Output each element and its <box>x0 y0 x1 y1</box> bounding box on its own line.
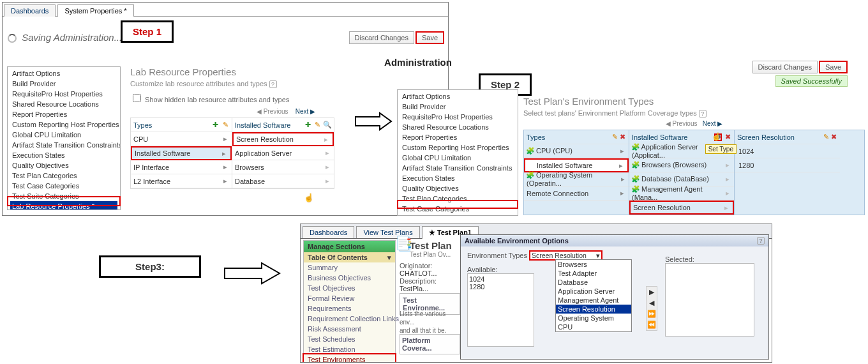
toc-item[interactable]: Test Schedules <box>304 334 395 344</box>
help-icon[interactable]: ? <box>269 80 277 88</box>
discard-changes-button[interactable]: Discard Changes <box>349 31 414 44</box>
toc-item[interactable]: Business Objectives <box>304 273 395 283</box>
toc-item[interactable]: Requirements <box>304 303 395 314</box>
nav-item[interactable]: Artifact Options <box>10 68 117 79</box>
toc-list[interactable]: SummaryBusiness ObjectivesTest Objective… <box>304 262 395 363</box>
env-edit-icon[interactable]: ✎ <box>611 133 618 141</box>
env-attr-row[interactable]: 🧩 Database (DataBase)▸ <box>629 172 734 186</box>
pager-prev[interactable]: ◀ Previous <box>257 108 288 115</box>
tp-tab-dash[interactable]: Dashboards <box>303 226 354 238</box>
help-icon-3[interactable]: ? <box>757 237 765 245</box>
discard-changes-button-2[interactable]: Discard Changes <box>752 61 818 73</box>
nav2-item[interactable]: Build Provider <box>400 102 515 112</box>
available-item[interactable]: 1280 <box>469 283 532 291</box>
nav2-item[interactable]: Global CPU Limitation <box>400 153 515 163</box>
nav2-item[interactable]: Test Suite Categories <box>400 214 515 215</box>
nav2-item[interactable]: Artifact State Transition Constraints <box>400 163 515 173</box>
nav2-item[interactable]: Custom Reporting Host Properties <box>400 142 515 153</box>
nav-item[interactable]: Build Provider <box>10 79 117 89</box>
toc-item[interactable]: Test Objectives <box>304 283 395 293</box>
nav-item[interactable]: Lab Resource Properties * <box>10 201 117 209</box>
save-button-2[interactable]: Save <box>819 61 848 73</box>
nav-item[interactable]: Quality Objectives <box>10 160 117 171</box>
attr-row[interactable]: Application Server▸ <box>232 146 334 160</box>
show-hidden-checkbox[interactable] <box>133 94 141 102</box>
attr-row[interactable]: Browsers▸ <box>232 160 334 174</box>
dropdown-option[interactable]: Browsers <box>556 260 631 269</box>
env-types-dropdown-list[interactable]: BrowsersTest AdapterDatabaseApplication … <box>555 259 632 332</box>
selected-listbox[interactable] <box>665 263 754 337</box>
env-value-row[interactable]: 1280 <box>735 158 840 172</box>
nav2-item[interactable]: Artifact Options <box>400 91 515 102</box>
add-type-icon[interactable]: ✚ <box>212 121 220 129</box>
nav-item[interactable]: Test Suite Categories <box>10 191 117 201</box>
type-row[interactable]: Installed Software▸ <box>131 146 232 160</box>
nav-item[interactable]: Test Case Categories <box>10 181 117 191</box>
available-listbox[interactable]: 10241280 <box>467 273 534 347</box>
env-del3-icon[interactable]: ✖ <box>830 133 837 141</box>
nav2-item[interactable]: Test Case Categories <box>400 204 515 214</box>
nav2-item[interactable]: Shared Resource Locations <box>400 122 515 132</box>
toc-item[interactable]: Test Estimation <box>304 344 395 354</box>
edit-type-icon[interactable]: ✎ <box>221 121 229 129</box>
dropdown-option[interactable]: Application Server <box>556 287 631 296</box>
tab-dashboards[interactable]: Dashboards <box>4 4 56 17</box>
env-attr-row[interactable]: 🧩 Management Agent (Mana...▸ <box>629 186 734 201</box>
env-attr-row[interactable]: 🧩 Browsers (Browsers)▸ <box>629 158 734 172</box>
save-button[interactable]: Save <box>415 31 444 44</box>
toc-item[interactable]: Risk Assessment <box>304 324 395 334</box>
toc-item[interactable]: Summary <box>304 262 395 273</box>
toc-item[interactable]: Formal Review <box>304 293 395 303</box>
nav2-item[interactable]: Report Properties <box>400 132 515 142</box>
env-type-row[interactable]: 🧩 CPU (CPU)▸ <box>524 144 629 158</box>
attr-row[interactable]: Database▸ <box>232 174 334 188</box>
admin-nav-list[interactable]: Artifact OptionsBuild ProviderRequisiteP… <box>8 67 120 209</box>
env-value-row[interactable]: 1024 <box>735 144 840 158</box>
type-row[interactable]: IP Interface▸ <box>131 160 232 174</box>
env-del2-icon[interactable]: ✖ <box>724 133 731 141</box>
env-edit3-icon[interactable]: ✎ <box>822 133 830 141</box>
type-row[interactable]: CPU▸ <box>131 132 232 146</box>
move-all-left-icon[interactable]: ⏪ <box>647 321 656 329</box>
env-pager-next[interactable]: Next ▶ <box>703 120 722 127</box>
move-right-icon[interactable]: ▶ <box>649 288 654 296</box>
nav-item[interactable]: Artifact State Transition Constraints <box>10 140 117 150</box>
show-hidden-label[interactable]: Show hidden lab resource attributes and … <box>130 92 442 104</box>
nav-item[interactable]: Custom Reporting Host Properties <box>10 119 117 130</box>
nav-item[interactable]: RequisitePro Host Properties <box>10 89 117 99</box>
dropdown-option[interactable]: Operating System <box>556 314 631 322</box>
manage-sections-button[interactable]: Manage Sections <box>304 241 395 252</box>
admin-nav2-list[interactable]: Artifact OptionsBuild ProviderRequisiteP… <box>398 90 518 215</box>
nav2-item[interactable]: RequisitePro Host Properties <box>400 112 515 122</box>
dropdown-option[interactable]: CPU <box>556 322 631 331</box>
env-attr-row[interactable]: Screen Resolution▸ <box>629 201 734 215</box>
type-row[interactable]: L2 Interface▸ <box>131 174 232 188</box>
pager-next[interactable]: Next ▶ <box>296 108 315 115</box>
env-type-row[interactable]: Installed Software▸ <box>524 158 629 172</box>
nav2-item[interactable]: Quality Objectives <box>400 183 515 193</box>
nav-item[interactable]: Global CPU Limitation <box>10 130 117 140</box>
nav-item[interactable]: Report Properties <box>10 109 117 119</box>
nav-item[interactable]: Test Plan Categories <box>10 171 117 181</box>
help-icon-2[interactable]: ? <box>699 110 707 118</box>
env-pager-prev[interactable]: ◀ Previous <box>666 120 698 127</box>
nav-item[interactable]: Execution States <box>10 150 117 160</box>
edit-attr-icon[interactable]: ✎ <box>314 121 322 129</box>
dropdown-option[interactable]: Test Adapter <box>556 269 631 278</box>
dropdown-option[interactable]: Screen Resolution <box>556 305 631 314</box>
add-attr-icon[interactable]: ✚ <box>304 121 312 129</box>
move-all-right-icon[interactable]: ⏩ <box>647 310 656 318</box>
attr-row[interactable]: Screen Resolution▸ <box>232 132 334 146</box>
env-type-row[interactable]: 🧩 Operating System (Operatin...▸ <box>524 172 629 186</box>
env-type-row[interactable]: Remote Connection▸ <box>524 186 629 201</box>
dropdown-option[interactable]: Management Agent <box>556 296 631 305</box>
nav2-item[interactable]: Test Plan Categories <box>400 193 515 204</box>
find-attr-icon[interactable]: 🔍 <box>324 121 331 129</box>
env-del-icon[interactable]: ✖ <box>618 133 626 141</box>
toc-item[interactable]: Requirement Collection Links <box>304 314 395 324</box>
nav-item[interactable]: Shared Resource Locations <box>10 99 117 109</box>
toc-item[interactable]: Test Environments <box>304 354 395 363</box>
move-left-icon[interactable]: ◀ <box>649 299 654 307</box>
available-item[interactable]: 1024 <box>469 275 532 283</box>
nav2-item[interactable]: Execution States <box>400 173 515 183</box>
